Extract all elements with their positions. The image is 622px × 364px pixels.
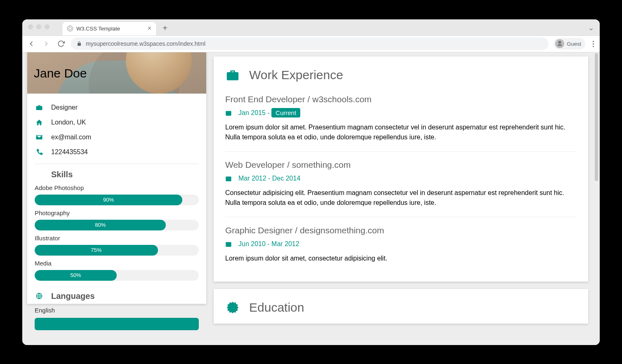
work-experience-card: Work Experience Front End Developer / w3… <box>214 56 588 282</box>
menu-button[interactable] <box>593 41 594 47</box>
skills-heading: Skills <box>35 170 199 179</box>
work-heading: Work Experience <box>225 68 577 82</box>
skill-label: Illustrator <box>35 235 199 242</box>
profile-name: Jane Doe <box>34 66 87 80</box>
info-email: ex@mail.com <box>35 130 199 145</box>
browser-tab-active[interactable]: W3.CSS Template × <box>62 21 157 35</box>
skill-bar-fill: 80% <box>35 220 166 230</box>
skill-bar-fill: 75% <box>35 245 158 256</box>
info-phone: 1224435534 <box>35 145 199 160</box>
asterisk-icon <box>35 171 44 178</box>
avatar-icon <box>555 39 564 48</box>
phone-icon <box>35 148 44 156</box>
role-text: Designer <box>51 104 78 111</box>
skill-bar: 80% <box>35 220 199 230</box>
job-date-text: Mar 2012 - Dec 2014 <box>238 175 300 182</box>
job-date: Mar 2012 - Dec 2014 <box>225 175 577 182</box>
tab-title: W3.CSS Template <box>76 26 144 32</box>
globe-icon <box>35 292 44 300</box>
globe-icon <box>67 26 73 31</box>
calendar-icon <box>225 241 232 247</box>
new-tab-button[interactable]: + <box>159 23 171 34</box>
forward-button[interactable] <box>41 39 51 49</box>
tab-bar: W3.CSS Template × + <box>22 19 600 36</box>
job-item: Front End Developer / w3schools.comJan 2… <box>225 93 577 151</box>
window-max-dot[interactable] <box>45 24 49 29</box>
close-icon[interactable]: × <box>148 25 151 32</box>
job-description: Lorem ipsum dolor sit amet, consectetur … <box>225 254 577 263</box>
profile-chip[interactable]: Guest <box>554 38 585 49</box>
language-bar <box>35 318 199 330</box>
job-date-text: Jan 2015 - <box>238 109 271 116</box>
education-card: Education <box>214 289 588 324</box>
certificate-icon <box>225 301 240 315</box>
skill-label: Media <box>35 260 199 267</box>
skill-bar-fill: 90% <box>35 195 182 205</box>
envelope-icon <box>35 134 44 141</box>
job-date: Jan 2015 - Current <box>225 109 577 117</box>
window-controls <box>28 24 49 29</box>
job-date-text: Jun 2010 - Mar 2012 <box>238 240 299 247</box>
email-text: ex@mail.com <box>51 134 91 141</box>
job-title: Front End Developer / w3schools.com <box>225 94 577 104</box>
skill-bar-fill: 50% <box>35 270 117 281</box>
phone-text: 1224435534 <box>51 148 88 156</box>
profile-image: Jane Doe <box>27 52 206 94</box>
scrollbar-thumb[interactable] <box>595 53 598 181</box>
page-viewport: Jane Doe Designer <box>22 52 600 345</box>
calendar-icon <box>225 110 232 116</box>
job-item: Graphic Designer / designsomething.comJu… <box>225 217 577 272</box>
job-title: Graphic Designer / designsomething.com <box>225 225 577 235</box>
skill-label: Photography <box>35 209 199 216</box>
job-description: Lorem ipsum dolor sit amet. Praesentium … <box>225 122 577 142</box>
job-description: Consectetur adipisicing elit. Praesentiu… <box>225 188 577 208</box>
skill-bar: 50% <box>35 270 199 281</box>
browser-window: W3.CSS Template × + mysupercoolresume.w3… <box>22 19 600 345</box>
info-location: London, UK <box>35 115 199 130</box>
profile-sidebar-card: Jane Doe Designer <box>27 52 206 304</box>
viewport-scrollbar[interactable] <box>594 53 599 344</box>
browser-toolbar: mysupercoolresume.w3spaces.com/index.htm… <box>22 36 600 52</box>
url-text: mysupercoolresume.w3spaces.com/index.htm… <box>86 40 205 47</box>
current-badge: Current <box>271 108 300 117</box>
job-title: Web Developer / something.com <box>225 160 577 170</box>
education-heading: Education <box>225 301 577 315</box>
languages-heading: Languages <box>35 291 199 301</box>
location-text: London, UK <box>51 119 86 126</box>
profile-label: Guest <box>567 41 581 47</box>
lock-icon <box>77 41 82 46</box>
job-item: Web Developer / something.comMar 2012 - … <box>225 151 577 217</box>
skill-bar: 90% <box>35 195 199 205</box>
address-bar[interactable]: mysupercoolresume.w3spaces.com/index.htm… <box>71 38 549 50</box>
calendar-icon <box>225 175 232 182</box>
home-icon <box>35 119 44 126</box>
reload-button[interactable] <box>56 39 66 49</box>
job-date: Jun 2010 - Mar 2012 <box>225 240 577 248</box>
info-role: Designer <box>35 100 199 115</box>
skill-label: Adobe Photoshop <box>35 184 199 191</box>
skill-bar: 75% <box>35 245 199 256</box>
window-close-dot[interactable] <box>28 24 33 29</box>
divider <box>35 164 199 164</box>
back-button[interactable] <box>26 39 36 49</box>
language-label: English <box>35 307 199 314</box>
briefcase-icon <box>35 104 44 111</box>
window-min-dot[interactable] <box>36 24 41 29</box>
tabs-dropdown-icon[interactable] <box>588 26 594 32</box>
suitcase-icon <box>225 68 240 82</box>
